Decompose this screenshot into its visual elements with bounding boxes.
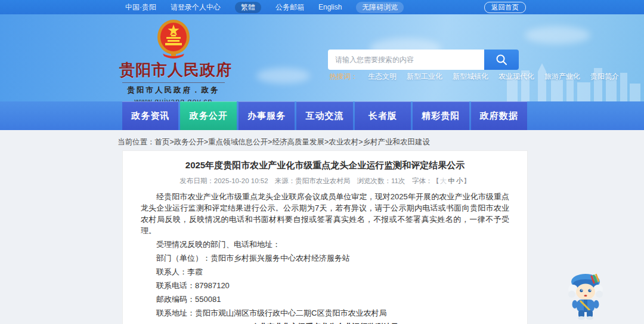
table-caption: 农业产业化市级重点龙头企业运行监测结果: [141, 322, 509, 324]
contact-department: 部门（单位）：贵阳市乡村振兴服务中心农村经济服务站: [141, 253, 509, 264]
nav-tab-gov-disclosure[interactable]: 政务公开: [180, 101, 236, 130]
search-input[interactable]: [328, 50, 484, 70]
search-button[interactable]: [484, 50, 519, 70]
topbar-links: 中国·贵阳 请登录个人中心 繁體 公务邮箱 English 无障碍浏览: [125, 2, 404, 13]
site-url[interactable]: www.guiyang.gov.cn: [119, 97, 228, 101]
hot-word-industrialization[interactable]: 新型工业化: [407, 72, 442, 82]
nav-tab-gov-data[interactable]: 政府数据: [471, 101, 527, 130]
topbar-link-traditional-chinese[interactable]: 繁體: [235, 2, 261, 13]
article-paragraph: 经贵阳市农业产业化市级重点龙头企业联席会议成员单位审定，现对2025年开展的农业…: [141, 191, 509, 236]
site-subtitle: 贵阳市人民政府．政务: [122, 82, 225, 95]
search-icon: [495, 53, 508, 66]
font-size-large-button[interactable]: 大: [440, 177, 447, 184]
nav-tab-news[interactable]: 政务资讯: [122, 101, 178, 130]
publish-date: 发布日期：2025-10-20 10:52: [179, 177, 268, 184]
breadcrumb-path[interactable]: 首页>政务公开>重点领域信息公开>经济高质量发展>农业农村>乡村产业和农田建设: [155, 138, 431, 146]
topbar-link-english[interactable]: English: [318, 3, 342, 11]
article-title: 2025年度贵阳市农业产业化市级重点龙头企业运行监测和评定结果公示: [141, 160, 509, 171]
nav-tab-services[interactable]: 办事服务: [239, 101, 295, 130]
view-count: 浏览次数：11次: [357, 177, 405, 184]
top-utility-bar: 中国·贵阳 请登录个人中心 繁體 公务邮箱 English 无障碍浏览 返回首页: [0, 0, 644, 14]
nav-tab-wonderful-guiyang[interactable]: 精彩贵阳: [413, 101, 469, 130]
hot-word-urbanization[interactable]: 新型城镇化: [453, 72, 488, 82]
breadcrumb: 当前位置：首页>政务公开>重点领域信息公开>经济高质量发展>农业农村>乡村产业和…: [117, 137, 430, 147]
font-size-small-button[interactable]: 小: [456, 177, 463, 184]
article-meta: 发布日期：2025-10-20 10:52 来源：贵阳市农业农村局 浏览次数：1…: [141, 177, 509, 186]
article-card: 2025年度贵阳市农业产业化市级重点龙头企业运行监测和评定结果公示 发布日期：2…: [122, 150, 528, 324]
nav-tab-senior-version[interactable]: 长者版: [355, 101, 411, 130]
contact-person: 联系人：李霞: [141, 267, 509, 277]
search-bar: [328, 50, 519, 70]
hot-word-agriculture[interactable]: 农业现代化: [499, 72, 534, 82]
topbar-link-official-mail[interactable]: 公务邮箱: [275, 2, 304, 13]
font-size-label-close: 】: [463, 177, 470, 184]
return-home-button[interactable]: 返回首页: [484, 2, 526, 13]
font-size-label: 字体：【: [412, 177, 439, 184]
hot-word-ecology[interactable]: 生态文明: [368, 72, 397, 82]
nav-tab-interaction[interactable]: 互动交流: [296, 101, 352, 130]
contact-phone: 联系电话：87987120: [141, 280, 509, 291]
mascot-character[interactable]: [564, 270, 607, 320]
topbar-link-accessibility[interactable]: 无障碍浏览: [356, 2, 404, 13]
article-paragraph: 受理情况反映的部门、电话和地址：: [141, 239, 509, 250]
cloud-decoration: [525, 26, 590, 44]
source: 来源：贵阳市农业农村局: [275, 177, 351, 184]
topbar-link-china-guiyang[interactable]: 中国·贵阳: [125, 2, 156, 13]
hot-search-label: 热搜词：: [329, 72, 358, 82]
contact-postcode: 邮政编码：550081: [141, 294, 509, 305]
topbar-link-login-personal-center[interactable]: 请登录个人中心: [171, 2, 221, 13]
main-navigation: 政务资讯 政务公开 办事服务 互动交流 长者版 精彩贵阳 政府数据: [0, 101, 644, 130]
font-size-medium-button[interactable]: 中: [448, 177, 455, 184]
contact-address: 联系地址：贵阳市观山湖区市级行政中心二期C区贵阳市农业农村局: [141, 308, 509, 319]
national-emblem-icon: [156, 19, 191, 58]
breadcrumb-label: 当前位置：: [117, 138, 155, 146]
site-logo-block: 贵阳市人民政府 贵阳市人民政府．政务 www.guiyang.gov.cn: [119, 19, 228, 101]
hot-word-tourism[interactable]: 旅游产业化: [544, 72, 580, 82]
nav-tabs: 政务资讯 政务公开 办事服务 互动交流 长者版 精彩贵阳 政府数据: [122, 101, 527, 130]
header-banner: 贵阳市人民政府 贵阳市人民政府．政务 www.guiyang.gov.cn 热搜…: [0, 14, 644, 101]
hot-search-row: 热搜词： 生态文明 新型工业化 新型城镇化 农业现代化 旅游产业化 贵阳简介: [329, 72, 619, 82]
cloud-decoration: [256, 68, 310, 84]
hot-word-guiyang-intro[interactable]: 贵阳简介: [590, 72, 619, 82]
page: 中国·贵阳 请登录个人中心 繁體 公务邮箱 English 无障碍浏览 返回首页: [0, 0, 644, 324]
site-title: 贵阳市人民政府: [119, 60, 228, 81]
